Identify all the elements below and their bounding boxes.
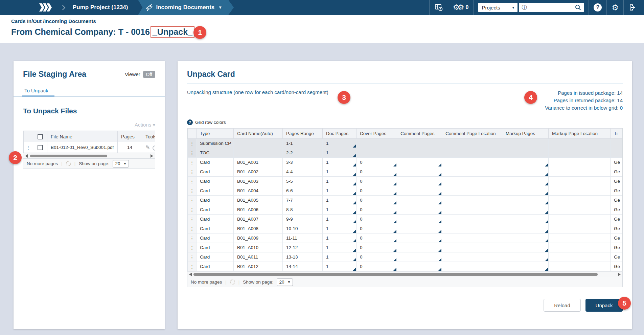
grid-cell-doc_pages[interactable]: 1 — [323, 262, 356, 271]
tool-icon-clipped[interactable] — [153, 146, 155, 151]
row-menu-icon[interactable]: ⋮ — [188, 224, 197, 233]
row-menu-icon[interactable]: ⋮ — [188, 215, 197, 224]
grid-cell-comment_pages[interactable] — [397, 196, 442, 205]
grid-cell-comment_pages[interactable] — [397, 167, 442, 177]
grid-cell-doc_pages[interactable]: 1 — [323, 167, 356, 177]
to-unpack-files-heading: To Unpack Files — [23, 107, 155, 115]
grid-cell-comment_pages[interactable] — [397, 252, 442, 262]
grid-cell-doc_pages[interactable]: 1 — [323, 205, 356, 215]
info-icon[interactable]: ⓘ — [522, 4, 527, 11]
module-tab-incoming-documents[interactable]: Incoming Documents ▼ — [138, 0, 234, 15]
actions-dropdown[interactable]: Actions ▾ — [23, 122, 155, 128]
breadcrumb[interactable]: Cards In/Out /Incoming Documents — [11, 18, 644, 24]
grid-cell-markup_pages[interactable] — [502, 205, 549, 215]
row-menu-icon[interactable]: ⋮ — [188, 262, 197, 271]
row-menu-icon[interactable]: ⋮ — [188, 139, 197, 148]
grid-cell-doc_pages[interactable]: 1 — [323, 148, 356, 158]
recent-activity-icon[interactable] — [434, 3, 443, 12]
search-icon[interactable] — [575, 4, 581, 10]
grid-cell-doc_pages[interactable]: 1 — [323, 215, 356, 224]
grid-cell-markup_pages[interactable] — [502, 158, 549, 167]
grid-cell-markup_pages[interactable] — [502, 167, 549, 177]
grid-cell-doc_pages[interactable]: 1 — [323, 196, 356, 205]
scroll-left-arrow-icon[interactable] — [189, 273, 192, 276]
row-menu-icon[interactable]: ⋮ — [188, 243, 197, 252]
grid-cell-doc_pages[interactable]: 1 — [323, 224, 356, 233]
sign-out-icon[interactable] — [628, 3, 637, 12]
help-icon[interactable]: ? — [594, 3, 602, 12]
grid-colors-help-icon[interactable]: ? — [187, 119, 193, 125]
scope-select[interactable]: Projects ▼ — [478, 3, 518, 12]
grid-cell-cover_pages[interactable]: 0 — [356, 243, 397, 252]
grid-cell-comment_pages[interactable] — [397, 243, 442, 252]
page-size-select[interactable]: 20 ▼ — [113, 160, 129, 168]
grid-cell-comment_pages[interactable] — [397, 233, 442, 243]
grid-cell-cover_pages[interactable]: 0 — [356, 224, 397, 233]
row-menu-icon[interactable]: ⋮ — [188, 148, 197, 158]
grid-cell-markup_pages[interactable] — [502, 233, 549, 243]
grid-cell-doc_pages[interactable]: 1 — [323, 177, 356, 186]
grid-cell-markup_pages[interactable] — [502, 224, 549, 233]
viewer-toggle[interactable]: Off — [143, 71, 155, 78]
page-size-select[interactable]: 20 ▼ — [277, 278, 293, 286]
reload-button[interactable]: Reload — [544, 299, 581, 312]
grid-cell-cover_pages[interactable]: 0 — [356, 196, 397, 205]
grid-cell-cover_pages[interactable]: 0 — [356, 177, 397, 186]
grid-cell-doc_pages[interactable]: 1 — [323, 252, 356, 262]
grid-cell-markup_pages[interactable] — [502, 262, 549, 271]
grid-cell-doc_pages[interactable]: 1 — [323, 243, 356, 252]
grid-cell-comment_pages[interactable] — [397, 262, 442, 271]
grid-cell-comment_page_location — [442, 224, 502, 233]
tab-to-unpack[interactable]: To Unpack — [23, 88, 50, 96]
row-checkbox[interactable] — [38, 145, 43, 150]
search-input[interactable] — [528, 4, 575, 10]
row-menu-icon[interactable]: ⋮ — [188, 205, 197, 215]
settings-gear-icon[interactable]: ⚙︎ — [612, 3, 619, 12]
row-menu-icon[interactable]: ⋮ — [24, 142, 33, 153]
grid-cell-comment_pages[interactable] — [397, 177, 442, 186]
grid-cell-markup_pages[interactable] — [502, 252, 549, 262]
row-menu-icon[interactable]: ⋮ — [188, 196, 197, 205]
grid-cell-doc_pages[interactable]: 1 — [323, 158, 356, 167]
grid-cell-cover_pages[interactable]: 0 — [356, 205, 397, 215]
grid-cell-comment_pages[interactable] — [397, 186, 442, 196]
grid-cell-markup_pages[interactable] — [502, 186, 549, 196]
scroll-right-arrow-icon[interactable] — [618, 273, 621, 276]
scrollbar-thumb[interactable] — [193, 273, 598, 276]
grid-cell-comment_pages[interactable] — [397, 224, 442, 233]
row-menu-icon[interactable]: ⋮ — [188, 186, 197, 196]
grid-cell-comment_pages[interactable] — [397, 158, 442, 167]
project-tab[interactable]: Pump Project (1234) — [67, 0, 138, 15]
grid-cell-pages_range: 7-7 — [283, 196, 323, 205]
row-menu-icon[interactable]: ⋮ — [188, 252, 197, 262]
grid-cell-comment_pages[interactable] — [397, 215, 442, 224]
workflows-gears-icon[interactable]: ⚙︎⚙︎ — [453, 3, 462, 12]
grid-cell-cover_pages[interactable]: 0 — [356, 262, 397, 271]
unpack-button[interactable]: Unpack — [585, 299, 623, 312]
app-logo[interactable] — [0, 0, 61, 15]
grid-cell-cover_pages[interactable]: 0 — [356, 186, 397, 196]
grid-cell-markup_pages[interactable] — [502, 177, 549, 186]
scrollbar-thumb[interactable] — [30, 155, 107, 157]
file-name-cell[interactable]: B01-012-01_Rev0_Sub001.pdf — [47, 142, 118, 153]
grid-cell-markup_pages[interactable] — [502, 243, 549, 252]
grid-cell-doc_pages[interactable]: 1 — [323, 139, 356, 148]
row-menu-icon[interactable]: ⋮ — [188, 158, 197, 167]
grid-cell-comment_pages[interactable] — [397, 205, 442, 215]
grid-cell-cover_pages[interactable]: 0 — [356, 215, 397, 224]
grid-cell-markup_pages[interactable] — [502, 215, 549, 224]
scroll-right-arrow-icon[interactable] — [151, 154, 153, 158]
row-menu-icon[interactable]: ⋮ — [188, 177, 197, 186]
grid-cell-cover_pages[interactable]: 0 — [356, 252, 397, 262]
grid-cell-doc_pages[interactable]: 1 — [323, 186, 356, 196]
grid-cell-markup_pages[interactable] — [502, 196, 549, 205]
row-menu-icon[interactable]: ⋮ — [188, 233, 197, 243]
row-menu-icon[interactable]: ⋮ — [188, 167, 197, 177]
grid-cell-doc_pages[interactable]: 1 — [323, 233, 356, 243]
grid-cell-cover_pages[interactable]: 0 — [356, 167, 397, 177]
edit-pencil-icon[interactable]: ✎ — [145, 144, 150, 150]
select-all-checkbox[interactable] — [38, 134, 43, 139]
grid-cell-cover_pages[interactable]: 0 — [356, 233, 397, 243]
scroll-left-arrow-icon[interactable] — [25, 154, 28, 158]
grid-cell-cover_pages[interactable]: 0 — [356, 158, 397, 167]
